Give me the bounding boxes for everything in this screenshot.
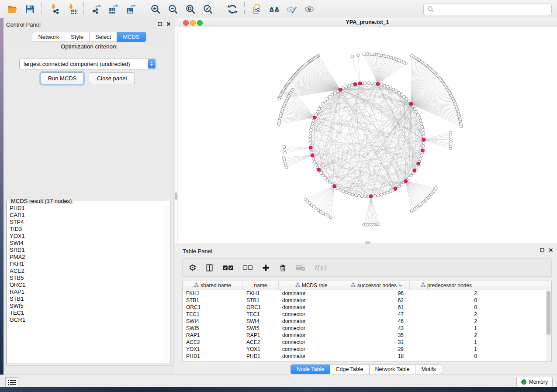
ring-node[interactable] [367,82,370,85]
ring-node[interactable] [309,141,312,144]
mcds-result-scrollbar[interactable] [164,205,170,363]
mcds-result-item[interactable]: YOX1 [10,233,164,240]
mcds-hub-node[interactable] [311,154,314,157]
show-panel-icon[interactable] [301,2,318,16]
close-panel-icon[interactable] [166,21,171,27]
zoom-out-icon[interactable] [164,2,182,16]
ring-node[interactable] [345,86,348,89]
task-history-button[interactable] [5,377,18,387]
deselect-all-icon[interactable] [242,265,253,271]
ring-node[interactable] [351,193,354,196]
table-scrollbar-thumb[interactable] [547,291,550,335]
mcds-hub-node[interactable] [422,138,426,141]
mcds-hub-node[interactable] [332,184,336,188]
ring-node[interactable] [331,93,334,96]
ring-node[interactable] [342,86,345,89]
table-row[interactable]: STB1STB1dominator620 [183,297,551,304]
leaf-node[interactable] [410,54,413,57]
leaf-node[interactable] [277,123,280,125]
table-row[interactable]: PHD1PHD1dominator180 [183,353,551,360]
leaf-node[interactable] [449,131,452,134]
import-table-icon[interactable] [63,2,80,16]
table-row[interactable]: ORC1ORC1dominator610 [183,304,551,311]
leaf-node[interactable] [329,216,332,218]
leaf-node[interactable] [283,145,286,148]
mcds-result-item[interactable]: STB5 [10,275,164,282]
table-scrollbar[interactable] [546,290,551,361]
ring-node[interactable] [326,97,329,100]
ring-node[interactable] [413,107,416,110]
ring-node[interactable] [389,86,392,89]
ring-node[interactable] [324,177,327,180]
ring-node[interactable] [312,119,315,122]
ring-node[interactable] [342,190,345,193]
ring-node[interactable] [386,191,389,194]
ring-node[interactable] [407,177,410,180]
ring-node[interactable] [315,163,318,166]
ring-node[interactable] [415,166,418,169]
ring-node[interactable] [416,113,419,116]
ring-node[interactable] [420,122,423,125]
mcds-hub-node[interactable] [413,169,416,172]
table-row[interactable]: TEC1TEC1connector472 [183,311,551,318]
table-row[interactable]: SWI5SWI5connector431 [183,325,551,332]
ring-node[interactable] [333,91,336,94]
optimization-criterion-select[interactable]: largest connected component (undirected) [19,58,156,69]
mcds-hub-node[interactable] [404,179,408,183]
run-mcds-button[interactable]: Run MCDS [41,72,84,84]
ring-node[interactable] [422,145,425,148]
ring-node[interactable] [383,84,386,87]
save-icon[interactable] [21,2,38,16]
ring-node[interactable] [339,189,342,192]
zoom-fit-icon[interactable] [182,2,199,16]
ring-node[interactable] [400,183,403,186]
memory-button[interactable]: Memory [516,377,553,387]
tab-style[interactable]: Style [65,32,90,42]
ring-node[interactable] [313,160,316,163]
tab-edge-table[interactable]: Edge Table [330,364,369,374]
table-row[interactable]: ACE2ACE2connector311 [183,339,551,346]
column-header-successor-nodes[interactable]: successor nodes [344,281,410,290]
leaf-node[interactable] [357,54,360,57]
ring-node[interactable] [418,116,421,119]
ring-node[interactable] [318,107,321,110]
leaf-node[interactable] [351,55,353,58]
copy-share-icon[interactable] [248,2,266,16]
ring-node[interactable] [386,86,389,89]
mcds-result-item[interactable]: CAR1 [10,212,164,219]
ring-node[interactable] [380,83,383,86]
ring-node[interactable] [415,110,418,113]
close-panel-button[interactable]: Close panel [89,72,135,84]
ring-node[interactable] [389,190,392,193]
leaf-node[interactable] [363,53,365,55]
mcds-result-item[interactable]: TID3 [10,226,164,233]
tab-mcds[interactable]: MCDS [117,32,145,42]
ring-node[interactable] [419,119,422,122]
zoom-in-icon[interactable] [147,2,164,16]
export-table-icon[interactable] [105,2,122,16]
ring-node[interactable] [320,105,323,108]
tab-node-table[interactable]: Node Table [291,364,330,374]
mcds-result-item[interactable]: RAP1 [10,289,164,296]
open-folder-icon[interactable] [3,2,21,16]
ring-node[interactable] [322,174,325,177]
settings-icon[interactable]: ⚙ [189,263,197,272]
ring-node[interactable] [312,157,315,160]
export-network-icon[interactable] [87,2,105,16]
ring-node[interactable] [354,194,357,197]
mcds-hub-node[interactable] [421,149,425,152]
ring-node[interactable] [370,82,374,85]
delete-icon[interactable] [279,264,287,272]
table-row[interactable]: FKH1FKH1dominator962 [183,290,551,297]
mcds-result-item[interactable]: SWI5 [10,303,164,309]
table-row[interactable]: SWI4SWI4dominator462 [183,318,551,325]
mcds-hub-node[interactable] [369,195,373,198]
ring-node[interactable] [374,194,377,197]
search-network-icon[interactable] [266,2,283,16]
mcds-hub-node[interactable] [417,162,420,165]
leaf-node[interactable] [285,166,287,168]
table-row[interactable]: RAP1RAP1dominator352 [183,332,551,339]
mcds-result-item[interactable]: ACE2 [10,268,164,275]
mcds-result-item[interactable]: SRD1 [10,247,164,254]
tab-select[interactable]: Select [89,32,117,42]
